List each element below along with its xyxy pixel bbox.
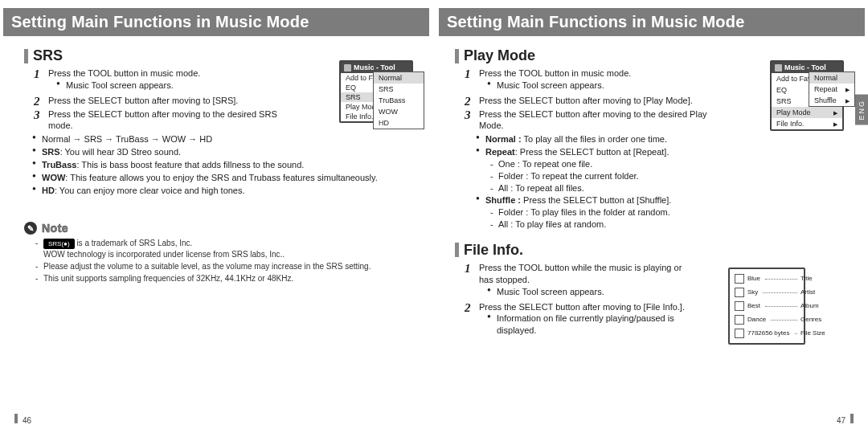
file-info-row: SkyArtist [735, 288, 799, 297]
play-sub: All : To repeat all files. [492, 182, 735, 194]
step: 1Press the TOOL button while the music i… [468, 262, 693, 298]
file-info-row: DanceGenres [735, 315, 799, 325]
srs-mode-desc: HD: You can enjoy more clear voice and h… [34, 185, 403, 197]
page-title-right: Setting Main Functions in Music Mode [439, 8, 865, 36]
info-icon [735, 274, 744, 284]
note-section: ✎ Note SRS(●) is a trademark of SRS Labs… [24, 222, 413, 284]
file-info-screenshot: BlueTitle SkyArtist BestAlbum DanceGenre… [728, 268, 805, 345]
manual-spread: Setting Main Functions in Music Mode SRS… [0, 0, 868, 433]
step-note: Music Tool screen appears. [489, 286, 693, 298]
info-icon [735, 329, 744, 338]
pencil-icon: ✎ [24, 222, 37, 235]
section-bar-icon [455, 243, 459, 257]
section-bar-icon [24, 49, 28, 63]
submenu-item: HD [374, 117, 424, 129]
submenu-item: Shuffle [809, 95, 854, 106]
submenu-item: Repeat [809, 84, 854, 95]
play-heading: Play Mode [464, 47, 535, 64]
srs-mode-list: Normal → SRS → TruBass → WOW → HD SRS: Y… [24, 133, 403, 196]
menu-item: File Info. [772, 118, 842, 129]
file-steps: 1Press the TOOL button while the music i… [455, 262, 693, 337]
submenu-item: SRS [374, 84, 424, 95]
srs-steps: 1Press the TOOL button in music mode. Mu… [24, 67, 278, 132]
submenu-item: Normal [809, 72, 854, 84]
step-note: Information on file currently playing/pa… [489, 312, 693, 337]
chevron-right-icon [845, 96, 850, 104]
step-note: Music Tool screen appears. [58, 80, 278, 92]
srs-mode-chain: Normal → SRS → TruBass → WOW → HD [34, 133, 403, 145]
section-file-info: File Info. BlueTitle SkyArtist BestAlbum… [455, 242, 844, 337]
play-sub: Folder : To repeat the current folder. [492, 170, 735, 182]
play-mode-desc: Normal : To play all the files in order … [477, 133, 735, 145]
language-tab: ENG [855, 95, 868, 125]
page-number-left: 46 [23, 416, 31, 425]
page-number-right: 47 [837, 416, 845, 425]
note-item: This unit supports sampling frequencies … [37, 273, 413, 284]
srs-mode-desc: TruBass: This is bass boost feature that… [34, 159, 403, 171]
section-bar-icon [455, 49, 459, 63]
play-steps: 1Press the TOOL button in music mode. Mu… [455, 67, 725, 132]
step: 1Press the TOOL button in music mode. Mu… [468, 67, 725, 92]
chevron-right-icon [833, 120, 837, 128]
play-sub: All : To play files at random. [492, 219, 735, 231]
submenu-item: WOW [374, 106, 424, 117]
step: 2Press the SELECT button after moving to… [37, 95, 278, 107]
note-item: SRS(●) is a trademark of SRS Labs, Inc.W… [37, 238, 413, 260]
play-mode-desc: Repeat: Press the SELECT button at [Repe… [477, 146, 735, 194]
file-info-row: BlueTitle [735, 274, 799, 284]
step: 2Press the SELECT button after moving to… [468, 95, 725, 107]
step-note: Music Tool screen appears. [489, 80, 725, 92]
chevron-right-icon [833, 108, 837, 116]
page-right: Setting Main Functions in Music Mode ENG… [434, 0, 868, 433]
step: 3Press the SELECT button after moving to… [468, 108, 725, 133]
page-left: Setting Main Functions in Music Mode SRS… [0, 0, 434, 433]
note-heading: ✎ Note [24, 222, 413, 235]
chevron-right-icon [845, 85, 850, 93]
section-play-mode: Play Mode Music - Tool Add to Favorites … [455, 47, 844, 231]
play-submenu: Normal Repeat Shuffle [809, 71, 855, 107]
file-heading: File Info. [464, 242, 523, 259]
info-icon [735, 315, 744, 325]
play-sub: Folder : To play files in the folder at … [492, 206, 735, 219]
step: 2Press the SELECT button after moving to… [468, 301, 693, 337]
menu-item-selected: Play Mode [772, 107, 842, 118]
srs-heading: SRS [33, 47, 63, 64]
srs-mode-desc: WOW: This feature allows you to enjoy th… [34, 172, 403, 184]
play-sub: One : To repeat one file. [492, 158, 735, 170]
info-icon [735, 301, 744, 311]
srs-mode-desc: SRS: You will hear 3D Streo sound. [34, 146, 403, 158]
page-title-left: Setting Main Functions in Music Mode [3, 8, 429, 36]
srs-logo-chip: SRS(●) [43, 239, 75, 249]
step: 3Press the SELECT button after moving to… [37, 108, 278, 133]
note-item: Please adjust the volume to a suitable l… [37, 261, 413, 272]
section-srs: SRS Music - Tool Add to Favorites EQ SRS… [24, 47, 413, 196]
submenu-item: Normal [374, 72, 424, 84]
submenu-item: TruBass [374, 95, 424, 106]
page-edge-mark [850, 414, 854, 423]
file-info-body: BlueTitle SkyArtist BestAlbum DanceGenre… [730, 269, 804, 347]
file-info-screenshot-wrap: BlueTitle SkyArtist BestAlbum DanceGenre… [728, 255, 805, 332]
play-mode-desc: Shuffle : Press the SELECT button at [Sh… [477, 194, 735, 231]
play-mode-list: Normal : To play all the files in order … [455, 133, 735, 231]
file-info-row: BestAlbum [735, 301, 799, 311]
file-info-row: 7782656 bytesFile Size [735, 329, 799, 338]
step: 1Press the TOOL button in music mode. Mu… [37, 67, 278, 92]
page-edge-mark [14, 414, 18, 423]
srs-submenu: Normal SRS TruBass WOW HD [373, 71, 424, 129]
note-list: SRS(●) is a trademark of SRS Labs, Inc.W… [24, 238, 413, 284]
info-icon [735, 288, 744, 297]
